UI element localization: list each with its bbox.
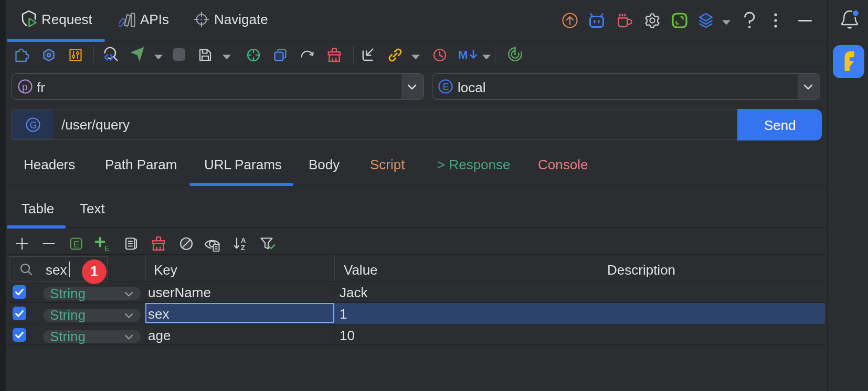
svg-text:E: E [104, 244, 109, 252]
svg-text:p: p [22, 81, 28, 92]
svg-text:E: E [73, 240, 79, 249]
svg-text:E: E [443, 82, 449, 92]
svg-text:A: A [241, 237, 246, 244]
svg-text:M: M [458, 49, 468, 61]
svg-text:Z: Z [241, 244, 245, 251]
svg-text:G: G [30, 120, 37, 131]
